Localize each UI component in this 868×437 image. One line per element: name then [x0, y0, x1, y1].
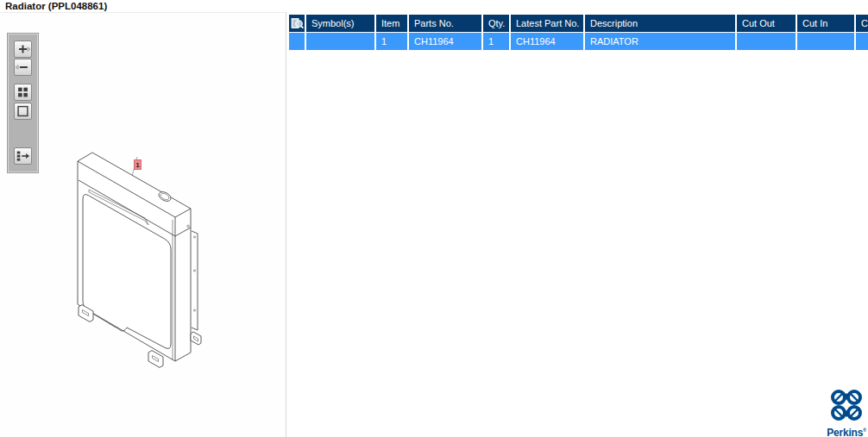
- col-header-description: Description: [585, 15, 735, 32]
- col-header-cut-out: Cut Out: [737, 15, 796, 32]
- diagram-panel[interactable]: 1: [0, 12, 286, 437]
- zoom-out-button[interactable]: [14, 59, 32, 76]
- col-header-item: Item: [376, 15, 407, 32]
- row-qty-cell[interactable]: 1: [483, 33, 509, 50]
- perkins-logo: Perkins®: [824, 389, 868, 436]
- item-callout-1[interactable]: 1: [134, 159, 142, 170]
- col-header-latest-part-no: Latest Part No.: [511, 15, 583, 32]
- magnifier-document-icon: [291, 16, 304, 30]
- plus-icon: [15, 41, 31, 57]
- grid-squares-icon: [15, 84, 31, 100]
- row-item-cell[interactable]: 1: [376, 33, 407, 50]
- trademark-mark: ®: [863, 428, 865, 433]
- row-cut-in-cell[interactable]: [797, 33, 854, 50]
- perkins-rings-icon: [829, 389, 864, 421]
- toggle-list-panel-button[interactable]: [14, 147, 32, 165]
- symbol-zoom-header-cell[interactable]: [289, 15, 305, 32]
- col-header-parts-no: Parts No.: [409, 15, 481, 32]
- list-arrow-right-icon: [15, 148, 31, 164]
- perkins-logo-text: Perkins®: [824, 425, 868, 437]
- square-outline-icon: [15, 103, 31, 119]
- col-header-symbols: Symbol(s): [306, 15, 374, 32]
- zoom-in-button[interactable]: [14, 41, 32, 58]
- col-header-cut-in: Cut In: [797, 15, 854, 32]
- row-clipped-cell[interactable]: [856, 33, 868, 50]
- thumbnail-view-button[interactable]: [14, 84, 32, 101]
- row-parts-no-cell[interactable]: CH11964: [409, 33, 481, 50]
- row-description-cell[interactable]: RADIATOR: [585, 33, 735, 50]
- radiator-diagram[interactable]: [65, 139, 211, 371]
- fit-to-window-button[interactable]: [14, 103, 32, 120]
- page-title: Radiator (PPL048861): [5, 1, 107, 11]
- row-cut-out-cell[interactable]: [737, 33, 796, 50]
- row-symbol-view-cell[interactable]: [289, 33, 305, 50]
- minus-icon: [15, 59, 31, 75]
- panel-divider: [286, 12, 286, 437]
- row-symbols-cell[interactable]: [306, 33, 374, 50]
- col-header-clipped: C: [856, 15, 868, 32]
- diagram-toolbar: [7, 33, 39, 173]
- col-header-qty: Qty.: [483, 15, 509, 32]
- row-latest-part-no-cell[interactable]: CH11964: [511, 33, 583, 50]
- parts-table: Symbol(s) Item Parts No. Qty. Latest Par…: [289, 15, 868, 50]
